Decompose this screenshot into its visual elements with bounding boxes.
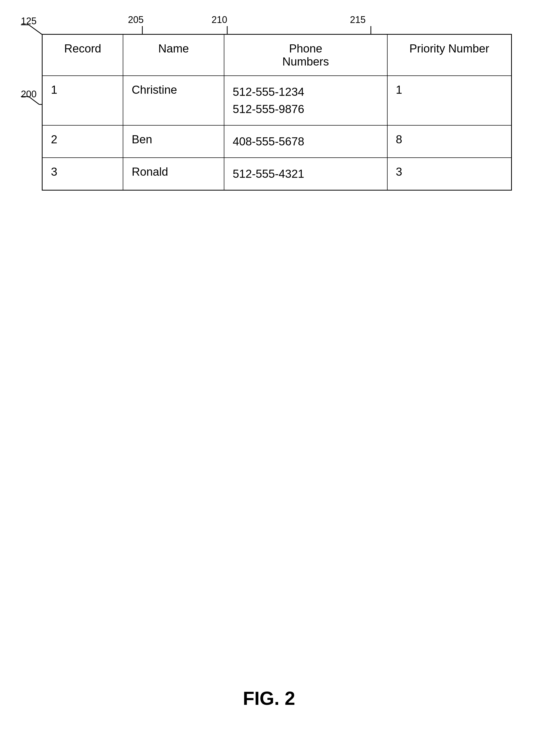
table-header-row: Record Name PhoneNumbers Priority Number <box>42 34 511 76</box>
cell-record-1: 1 <box>42 76 123 125</box>
table-row: 1 Christine 512-555-1234512-555-9876 1 <box>42 76 511 125</box>
cell-record-3: 3 <box>42 158 123 190</box>
table-row: 2 Ben 408-555-5678 8 <box>42 125 511 158</box>
page-container: 125 200 205 210 215 Record Name PhoneNum… <box>0 0 538 756</box>
ref-label-200: 200 <box>21 89 36 100</box>
data-table: Record Name PhoneNumbers Priority Number… <box>42 34 512 190</box>
table-row: 3 Ronald 512-555-4321 3 <box>42 158 511 190</box>
header-priority: Priority Number <box>387 34 511 76</box>
header-name: Name <box>123 34 224 76</box>
cell-priority-1: 1 <box>387 76 511 125</box>
table-wrapper: Record Name PhoneNumbers Priority Number… <box>42 34 512 190</box>
cell-name-2: Ben <box>123 125 224 158</box>
cell-priority-3: 3 <box>387 158 511 190</box>
cell-phone-2: 408-555-5678 <box>224 125 387 158</box>
cell-phone-1: 512-555-1234512-555-9876 <box>224 76 387 125</box>
cell-phone-3: 512-555-4321 <box>224 158 387 190</box>
ref-label-215: 215 <box>350 14 366 25</box>
cell-priority-2: 8 <box>387 125 511 158</box>
cell-record-2: 2 <box>42 125 123 158</box>
header-record: Record <box>42 34 123 76</box>
ref-label-205: 205 <box>128 14 144 25</box>
ref-label-125: 125 <box>21 16 36 26</box>
ref-label-210: 210 <box>212 14 227 25</box>
cell-name-3: Ronald <box>123 158 224 190</box>
cell-name-1: Christine <box>123 76 224 125</box>
figure-label: FIG. 2 <box>243 687 295 709</box>
header-phone: PhoneNumbers <box>224 34 387 76</box>
